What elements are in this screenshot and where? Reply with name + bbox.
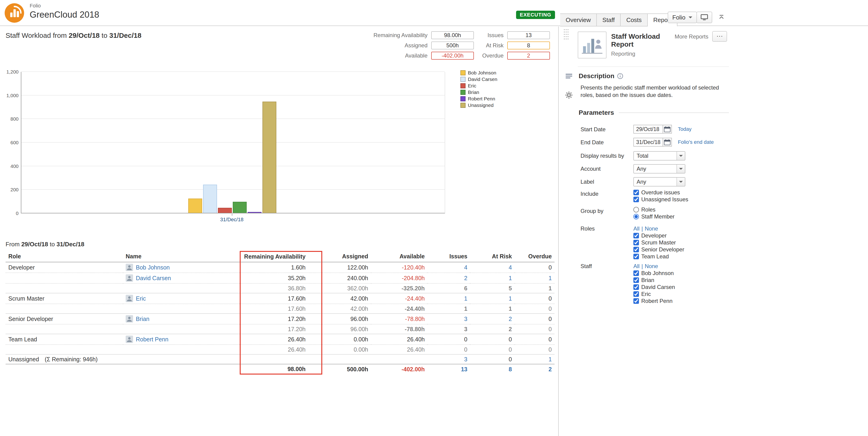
member-link[interactable]: Eric bbox=[136, 295, 146, 302]
calendar-icon[interactable] bbox=[663, 138, 672, 147]
member-link[interactable]: Robert Penn bbox=[136, 336, 168, 343]
issues-cell[interactable]: 3 bbox=[428, 314, 470, 324]
description-heading: Description bbox=[579, 72, 623, 80]
settings-button[interactable] bbox=[564, 90, 574, 100]
issues-cell[interactable]: 1 bbox=[428, 293, 470, 304]
column-header-overdue: Overdue bbox=[515, 251, 555, 262]
chart-bar bbox=[233, 202, 247, 213]
workload-chart: 02004006008001,0001,200 31/Dec/18 Bob Jo… bbox=[6, 69, 553, 229]
description-icon bbox=[565, 73, 572, 80]
info-icon[interactable] bbox=[617, 73, 623, 79]
label-select[interactable]: Any bbox=[633, 177, 685, 186]
staff-option: Bob Johnson bbox=[633, 270, 675, 276]
chart-gridline bbox=[21, 166, 445, 166]
staff-checkbox[interactable] bbox=[633, 298, 639, 304]
issues-cell[interactable]: 3 bbox=[428, 354, 470, 364]
tab[interactable]: Overview bbox=[560, 13, 597, 26]
collapse-up-icon bbox=[719, 14, 724, 20]
roles-all-link[interactable]: All bbox=[633, 225, 640, 232]
folio-end-date-link[interactable]: Folio's end date bbox=[678, 139, 714, 145]
staff-none-link[interactable]: None bbox=[645, 263, 658, 269]
today-link[interactable]: Today bbox=[678, 126, 691, 132]
chart-y-tick: 800 bbox=[6, 116, 19, 122]
atrisk-cell[interactable]: 1 bbox=[470, 304, 515, 314]
available-cell bbox=[371, 354, 428, 364]
overdue-cell[interactable]: 2 bbox=[515, 364, 555, 374]
roles-none-link[interactable]: None bbox=[645, 225, 658, 232]
atrisk-cell[interactable]: 1 bbox=[470, 293, 515, 304]
more-reports-link[interactable]: More Reports bbox=[675, 33, 708, 40]
column-header-role: Role bbox=[6, 251, 123, 262]
assigned-cell: 0.00h bbox=[322, 345, 371, 354]
role-checkbox[interactable] bbox=[633, 247, 639, 252]
status-badge: EXECUTING bbox=[516, 11, 555, 19]
group-by-radio[interactable] bbox=[633, 214, 639, 219]
name-cell bbox=[123, 283, 240, 293]
atrisk-cell[interactable]: 8 bbox=[470, 364, 515, 374]
role-checkbox[interactable] bbox=[633, 233, 639, 239]
available-cell: -78.80h bbox=[371, 324, 428, 334]
issues-cell[interactable]: 4 bbox=[428, 262, 470, 273]
include-label: Include bbox=[581, 191, 598, 197]
staff-checkbox[interactable] bbox=[633, 271, 639, 276]
end-date-input[interactable] bbox=[633, 138, 663, 147]
chevron-down-icon[interactable] bbox=[677, 165, 685, 173]
member-link[interactable]: Brian bbox=[136, 315, 149, 322]
column-header-name: Name bbox=[123, 251, 240, 262]
issues-cell[interactable]: 6 bbox=[428, 283, 470, 293]
include-checkbox[interactable] bbox=[633, 190, 639, 195]
table-row: 36.80h 362.00h -325.20h 6 5 1 bbox=[6, 283, 555, 293]
issues-cell[interactable]: 3 bbox=[428, 324, 470, 334]
issues-cell[interactable]: 1 bbox=[428, 304, 470, 314]
name-cell bbox=[123, 345, 240, 354]
display-results-select[interactable]: Total bbox=[633, 151, 685, 160]
column-header-remaining: Remaining Availability bbox=[240, 251, 322, 262]
staff-checkbox[interactable] bbox=[633, 291, 639, 297]
monitor-button[interactable] bbox=[696, 11, 712, 23]
assigned-cell: 96.00h bbox=[322, 324, 371, 334]
chart-bar bbox=[262, 101, 276, 213]
atrisk-cell[interactable]: 4 bbox=[470, 262, 515, 273]
include-checkbox[interactable] bbox=[633, 197, 639, 202]
drag-handle[interactable] bbox=[563, 29, 569, 43]
role-checkbox[interactable] bbox=[633, 240, 639, 245]
issues-cell[interactable]: 2 bbox=[428, 273, 470, 283]
atrisk-cell[interactable]: 5 bbox=[470, 283, 515, 293]
collapse-header-button[interactable] bbox=[718, 13, 725, 21]
table-row: Scrum Master Eric bbox=[6, 293, 555, 304]
description-text: Presents the periodic staff member workl… bbox=[581, 84, 725, 99]
overdue-cell[interactable]: 1 bbox=[515, 354, 555, 364]
legend-swatch bbox=[460, 83, 466, 88]
chevron-down-icon[interactable] bbox=[677, 152, 685, 160]
description-panel-button[interactable] bbox=[564, 72, 574, 81]
tab[interactable]: Costs bbox=[621, 13, 648, 26]
atrisk-cell[interactable]: 1 bbox=[470, 273, 515, 283]
group-by-radio[interactable] bbox=[633, 207, 639, 212]
calendar-icon[interactable] bbox=[663, 125, 672, 133]
staff-checkbox[interactable] bbox=[633, 277, 639, 283]
display-results-label: Display results by bbox=[581, 153, 624, 159]
staff-all-link[interactable]: All bbox=[633, 263, 640, 269]
issues-cell[interactable]: 13 bbox=[428, 364, 470, 374]
tab[interactable]: Staff bbox=[597, 13, 621, 26]
overdue-cell[interactable]: 1 bbox=[515, 283, 555, 293]
atrisk-cell[interactable]: 2 bbox=[470, 324, 515, 334]
folio-menu-button[interactable]: Folio bbox=[668, 11, 697, 23]
role-cell bbox=[6, 304, 123, 314]
atrisk-cell[interactable]: 2 bbox=[470, 314, 515, 324]
summary-field: Assigned 500h bbox=[357, 40, 474, 51]
member-link[interactable]: David Carsen bbox=[136, 274, 171, 282]
workload-table-body: Developer Bob Johnson bbox=[6, 262, 555, 374]
staff-option: Robert Penn bbox=[633, 298, 675, 304]
chevron-down-icon[interactable] bbox=[677, 178, 685, 186]
member-link[interactable]: Bob Johnson bbox=[136, 264, 170, 271]
period-label: From 29/Oct/18 to 31/Dec/18 bbox=[6, 241, 84, 248]
overdue-cell[interactable]: 1 bbox=[515, 273, 555, 283]
chart-y-axis: 02004006008001,0001,200 bbox=[6, 69, 19, 218]
heading-rule bbox=[619, 113, 729, 113]
more-options-button[interactable]: ··· bbox=[712, 31, 727, 42]
role-checkbox[interactable] bbox=[633, 254, 639, 259]
start-date-input[interactable] bbox=[633, 125, 663, 133]
account-select[interactable]: Any bbox=[633, 164, 685, 174]
staff-checkbox[interactable] bbox=[633, 284, 639, 290]
